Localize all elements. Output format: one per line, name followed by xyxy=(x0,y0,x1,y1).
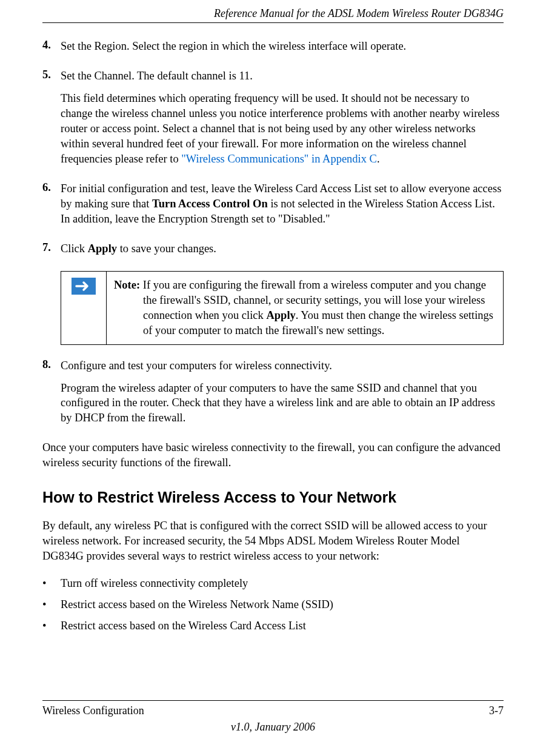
arrow-right-icon xyxy=(72,278,96,297)
step-6: 6. For initial configuration and test, l… xyxy=(42,181,504,234)
bullet-text: Restrict access based on the Wireless Ca… xyxy=(61,618,306,634)
step-8-para-1: Configure and test your computers for wi… xyxy=(61,358,504,373)
bullet-text: Restrict access based on the Wireless Ne… xyxy=(61,597,333,612)
footer-divider xyxy=(42,700,504,701)
bold-text: Turn Access Control On xyxy=(152,198,268,210)
list-item: • Turn off wireless connectivity complet… xyxy=(42,576,504,591)
note-text: Note: If you are configuring the firewal… xyxy=(114,278,496,338)
bold-text: Apply xyxy=(88,243,117,255)
step-5-para-2: This field determines which operating fr… xyxy=(61,91,504,167)
section-heading: How to Restrict Wireless Access to Your … xyxy=(42,489,504,506)
bullet-marker: • xyxy=(42,576,61,591)
text-fragment: . xyxy=(377,153,380,165)
step-text: Set the Channel. The default channel is … xyxy=(61,69,504,174)
header-divider xyxy=(42,22,504,23)
list-item: • Restrict access based on the Wireless … xyxy=(42,597,504,612)
step-text: Configure and test your computers for wi… xyxy=(61,358,504,433)
bullet-list: • Turn off wireless connectivity complet… xyxy=(42,576,504,634)
text-fragment: to save your changes. xyxy=(117,243,216,255)
footer-row: Wireless Configuration 3-7 xyxy=(42,704,504,717)
note-label: Note: xyxy=(114,279,140,291)
step-4: 4. Set the Region. Select the region in … xyxy=(42,39,504,61)
step-number: 8. xyxy=(42,358,61,433)
step-5-para-1: Set the Channel. The default channel is … xyxy=(61,69,504,84)
closing-paragraph: Once your computers have basic wireless … xyxy=(42,440,504,470)
step-7: 7. Click Apply to save your changes. xyxy=(42,241,504,264)
step-number: 7. xyxy=(42,241,61,264)
step-text: For initial configuration and test, leav… xyxy=(61,181,504,234)
step-8-para-2: Program the wireless adapter of your com… xyxy=(61,381,504,426)
bullet-marker: • xyxy=(42,597,61,612)
list-item: • Restrict access based on the Wireless … xyxy=(42,618,504,634)
footer-page-number: 3-7 xyxy=(489,704,504,717)
step-number: 5. xyxy=(42,69,61,174)
text-fragment: Click xyxy=(61,243,88,255)
step-7-text: Click Apply to save your changes. xyxy=(61,241,504,256)
page-footer: Wireless Configuration 3-7 v1.0, January… xyxy=(42,700,504,734)
step-8: 8. Configure and test your computers for… xyxy=(42,358,504,433)
step-number: 6. xyxy=(42,181,61,234)
step-number: 4. xyxy=(42,39,61,61)
bold-text: Apply xyxy=(266,309,295,321)
step-5: 5. Set the Channel. The default channel … xyxy=(42,69,504,174)
bullet-text: Turn off wireless connectivity completel… xyxy=(61,576,248,591)
step-6-text: For initial configuration and test, leav… xyxy=(61,181,504,227)
section-intro: By default, any wireless PC that is conf… xyxy=(42,518,504,564)
running-header: Reference Manual for the ADSL Modem Wire… xyxy=(42,0,504,22)
step-4-text: Set the Region. Select the region in whi… xyxy=(61,39,504,54)
note-icon-cell xyxy=(61,271,107,344)
step-text: Click Apply to save your changes. xyxy=(61,241,504,264)
note-box: Note: If you are configuring the firewal… xyxy=(61,271,504,345)
step-text: Set the Region. Select the region in whi… xyxy=(61,39,504,61)
bullet-marker: • xyxy=(42,618,61,634)
appendix-c-link[interactable]: "Wireless Communications" in Appendix C xyxy=(181,153,377,165)
note-content-cell: Note: If you are configuring the firewal… xyxy=(107,271,504,344)
footer-chapter: Wireless Configuration xyxy=(42,704,144,717)
footer-version: v1.0, January 2006 xyxy=(42,721,504,734)
